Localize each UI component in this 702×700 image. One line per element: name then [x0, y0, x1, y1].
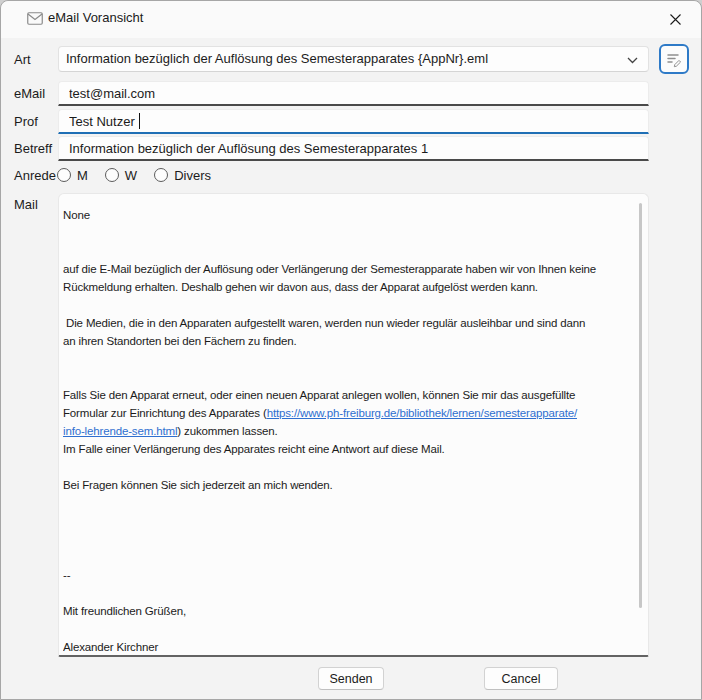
envelope-icon [27, 12, 43, 25]
mail-body-link[interactable]: https://www.ph-freiburg.de/bibliothek/le… [267, 407, 577, 419]
mail-body-line: Alexander Kirchner [63, 638, 636, 656]
mail-body-line: Formular zur Einrichtung des Apparates (… [63, 404, 636, 422]
radio-divers[interactable]: Divers [154, 168, 211, 183]
anrede-label: Anrede [14, 168, 56, 183]
close-icon [669, 13, 682, 26]
mail-body-line [63, 512, 636, 530]
mail-body-line [63, 458, 636, 476]
mail-body-line [63, 224, 636, 242]
prof-input[interactable] [58, 109, 649, 134]
mail-body-text: Falls Sie den Apparat erneut, oder einen… [63, 389, 575, 401]
mail-body: Noneauf die E-Mail bezüglich der Auflösu… [63, 206, 636, 656]
mail-body-line [63, 530, 636, 548]
mail-body-line: Im Falle einer Verlängerung des Apparate… [63, 440, 636, 458]
mail-body-text: Alexander Kirchner [63, 641, 158, 653]
mail-body-line [63, 350, 636, 368]
mail-body-text: ) zukommen lassen. [177, 425, 277, 437]
mail-body-line: auf die E-Mail bezüglich der Auflösung o… [63, 260, 636, 278]
mail-body-line: Mit freundlichen Grüßen, [63, 602, 636, 620]
radio-label: W [125, 168, 137, 183]
mail-body-line [63, 296, 636, 314]
scrollbar-thumb[interactable] [639, 203, 642, 608]
mail-body-link[interactable]: info-lehrende-sem.html [63, 425, 177, 437]
mail-body-line [63, 242, 636, 260]
email-label: eMail [14, 86, 45, 101]
mail-body-line: info-lehrende-sem.html) zukommen lassen. [63, 422, 636, 440]
art-label: Art [14, 52, 31, 67]
window-title: eMail Voransicht [48, 10, 143, 25]
radio-w[interactable]: W [105, 168, 137, 183]
mail-body-line: Bei Fragen können Sie sich jederzeit an … [63, 476, 636, 494]
prof-label: Prof [14, 114, 38, 129]
mail-body-text: auf die E-Mail bezüglich der Auflösung o… [63, 263, 596, 275]
mail-body-text: Mit freundlichen Grüßen, [63, 605, 186, 617]
mail-body-line [63, 494, 636, 512]
mail-body-line: -- [63, 566, 636, 584]
mail-body-line [63, 548, 636, 566]
radio-circle-icon [154, 168, 168, 182]
anrede-options: MWDivers [57, 165, 211, 185]
close-button[interactable] [654, 4, 696, 34]
art-selected-value: Information bezüglich der Auflösung des … [66, 51, 488, 66]
mail-body-text: Im Falle einer Verlängerung des Apparate… [63, 443, 445, 455]
mail-label: Mail [14, 197, 38, 212]
send-button[interactable]: Senden [318, 667, 384, 690]
text-caret [139, 113, 140, 129]
mail-body-line: an ihren Standorten bei den Fächern zu f… [63, 332, 636, 350]
radio-m[interactable]: M [57, 168, 88, 183]
radio-label: M [77, 168, 88, 183]
mail-body-line: Falls Sie den Apparat erneut, oder einen… [63, 386, 636, 404]
mail-body-line: Rückmeldung erhalten. Deshalb gehen wir … [63, 278, 636, 296]
mail-body-line [63, 368, 636, 386]
title-bar: eMail Voransicht [1, 1, 701, 38]
email-input[interactable] [58, 81, 649, 106]
mail-body-line: None [63, 206, 636, 224]
mail-body-text: Bei Fragen können Sie sich jederzeit an … [63, 479, 333, 491]
mail-body-text: Formular zur Einrichtung des Apparates ( [63, 407, 267, 419]
mail-body-text: -- [63, 569, 70, 581]
radio-circle-icon [57, 168, 71, 182]
betreff-input[interactable] [58, 136, 649, 161]
betreff-label: Betreff [14, 141, 52, 156]
edit-template-button[interactable] [659, 44, 689, 74]
mail-body-line [63, 584, 636, 602]
chevron-down-icon [627, 57, 638, 64]
radio-circle-icon [105, 168, 119, 182]
mail-body-text: Rückmeldung erhalten. Deshalb gehen wir … [63, 281, 538, 293]
cancel-button[interactable]: Cancel [484, 667, 558, 690]
radio-label: Divers [174, 168, 211, 183]
mail-body-text: an ihren Standorten bei den Fächern zu f… [63, 335, 297, 347]
mail-body-text: Die Medien, die in den Apparaten aufgest… [63, 317, 585, 329]
mail-body-line [63, 620, 636, 638]
art-select[interactable]: Information bezüglich der Auflösung des … [58, 46, 649, 72]
mail-body-line: Die Medien, die in den Apparaten aufgest… [63, 314, 636, 332]
mail-textarea[interactable]: Noneauf die E-Mail bezüglich der Auflösu… [58, 193, 649, 657]
mail-body-text: None [63, 209, 90, 221]
email-preview-dialog: eMail Voransicht Art Information bezügli… [0, 0, 702, 700]
edit-note-icon [665, 50, 683, 68]
